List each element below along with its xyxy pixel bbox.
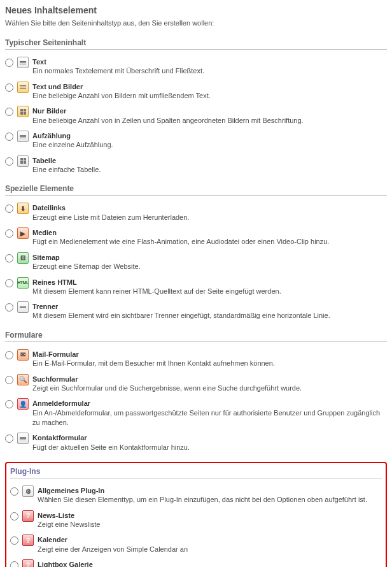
radio-list[interactable] xyxy=(5,133,13,141)
option-textimg[interactable]: Text und BilderEine beliebige Anzahl von… xyxy=(5,81,387,102)
option-title: Kalender xyxy=(38,535,382,544)
file-icon: ⬇ xyxy=(17,203,29,214)
option-media[interactable]: ▶ MedienFügt ein Medienelement wie eine … xyxy=(5,227,387,248)
radio-media[interactable] xyxy=(5,229,13,238)
radio-sitemap[interactable] xyxy=(5,254,13,262)
option-title: Mail-Formular xyxy=(32,350,387,359)
option-file[interactable]: ⬇ DateilinksErzeugt eine Liste mit Datei… xyxy=(5,202,387,223)
option-desc: Zeigt eine Newsliste xyxy=(38,520,100,528)
radio-html[interactable] xyxy=(5,279,13,287)
option-img[interactable]: Nur BilderEine beliebige Anzahl von in Z… xyxy=(5,105,387,126)
option-login[interactable]: 👤 AnmeldeformularEin An-/Abmeldeformular… xyxy=(5,398,387,428)
radio-news[interactable] xyxy=(10,512,18,520)
option-title: Medien xyxy=(32,228,387,237)
option-desc: Eine einzelne Aufzählung. xyxy=(32,141,113,148)
option-title: Sitemap xyxy=(32,253,387,262)
option-desc: Eine beliebige Anzahl von Bildern mit um… xyxy=(32,92,211,99)
option-desc: Fügt der aktuellen Seite ein Kontaktform… xyxy=(32,443,190,451)
option-desc: Fügt ein Medienelement wie eine Flash-An… xyxy=(32,238,329,245)
option-title: Reines HTML xyxy=(32,278,387,287)
radio-contact[interactable] xyxy=(5,434,13,443)
option-title: Dateilinks xyxy=(32,203,387,212)
option-hr[interactable]: TrennerMit diesem Element wird ein sicht… xyxy=(5,301,387,322)
radio-cal[interactable] xyxy=(10,536,18,545)
option-title: Suchformular xyxy=(32,375,387,384)
mail-icon: ✉ xyxy=(17,349,29,361)
option-desc: Mit diesem Element kann reiner HTML-Quel… xyxy=(32,287,281,295)
option-title: Trenner xyxy=(32,302,387,311)
option-list[interactable]: AufzählungEine einzelne Aufzählung. xyxy=(5,130,387,151)
section-heading-forms: Formulare xyxy=(5,331,387,342)
radio-textimg[interactable] xyxy=(5,83,13,92)
sitemap-icon: ⊟ xyxy=(17,252,29,264)
divider-icon xyxy=(17,301,29,313)
option-cal[interactable]: ? KalenderZeigt eine der Anzeigen von Si… xyxy=(10,534,382,555)
question-icon: ? xyxy=(22,510,34,522)
option-desc: Zeigt eine der Anzeigen von Simple Calen… xyxy=(38,545,188,553)
text-icon xyxy=(17,57,29,68)
option-title: Anmeldeformular xyxy=(32,399,387,408)
option-mail[interactable]: ✉ Mail-FormularEin E-Mail-Formular, mit … xyxy=(5,348,387,370)
option-title: Lightbox Galerie xyxy=(38,560,382,567)
radio-file[interactable] xyxy=(5,205,13,213)
radio-mail[interactable] xyxy=(5,351,13,359)
option-desc: Erzeugt eine Liste mit Dateien zum Herun… xyxy=(32,213,189,221)
option-desc: Wählen Sie diesen Elementtyp, um ein Plu… xyxy=(38,496,367,503)
option-table[interactable]: TabelleEine einfache Tabelle. xyxy=(5,155,387,176)
option-news[interactable]: ? News-ListeZeigt eine Newsliste xyxy=(10,510,382,531)
section-heading-special: Spezielle Elemente xyxy=(5,184,387,196)
option-desc: Eine einfache Tabelle. xyxy=(32,166,101,173)
option-desc: Zeigt ein Suchformular und die Suchergeb… xyxy=(32,384,302,392)
option-search[interactable]: 🔍 SuchformularZeigt ein Suchformular und… xyxy=(5,373,387,394)
radio-table[interactable] xyxy=(5,157,13,166)
page-title: Neues Inhaltselement xyxy=(5,5,387,15)
text-image-icon xyxy=(17,82,29,93)
option-title: Aufzählung xyxy=(32,131,387,140)
image-icon xyxy=(17,106,29,117)
question-icon: ? xyxy=(22,559,34,567)
search-icon: 🔍 xyxy=(17,374,29,385)
media-icon: ▶ xyxy=(17,227,29,239)
option-title: Allgemeines Plug-In xyxy=(38,486,382,495)
option-title: Nur Bilder xyxy=(32,106,387,115)
option-desc: Eine beliebige Anzahl von in Zeilen und … xyxy=(32,117,304,124)
option-general-plugin[interactable]: ⚙ Allgemeines Plug-InWählen Sie diesen E… xyxy=(10,485,382,506)
section-heading-typical: Typischer Seiteninhalt xyxy=(5,38,387,50)
option-sitemap[interactable]: ⊟ SitemapErzeugt eine Sitemap der Websit… xyxy=(5,252,387,273)
option-html[interactable]: HTML Reines HTMLMit diesem Element kann … xyxy=(5,276,387,298)
table-icon xyxy=(17,155,29,167)
option-desc: Erzeugt eine Sitemap der Website. xyxy=(32,262,141,270)
radio-general-plugin[interactable] xyxy=(10,487,18,496)
option-text[interactable]: TextEin normales Textelement mit Übersch… xyxy=(5,56,387,77)
radio-login[interactable] xyxy=(5,400,13,408)
plugin-icon: ⚙ xyxy=(22,485,34,497)
page-subtitle: Wählen Sie bitte den Seiteninhaltstyp au… xyxy=(5,19,387,27)
question-icon: ? xyxy=(22,535,34,546)
option-desc: Ein An-/Abmeldeformular, um passwortgesc… xyxy=(32,409,380,426)
option-title: Kontaktformular xyxy=(32,433,387,442)
radio-hr[interactable] xyxy=(5,303,13,312)
option-lightbox[interactable]: ? Lightbox GalerieDurchsucht einen Ordne… xyxy=(10,559,382,567)
section-heading-plugins: Plug-Ins xyxy=(10,467,382,478)
option-title: Text und Bilder xyxy=(32,82,387,91)
option-desc: Ein normales Textelement mit Überschrift… xyxy=(32,67,204,75)
radio-lightbox[interactable] xyxy=(10,561,18,567)
radio-text[interactable] xyxy=(5,59,13,67)
radio-search[interactable] xyxy=(5,376,13,384)
option-title: News-Liste xyxy=(38,511,382,520)
list-icon xyxy=(17,131,29,142)
option-desc: Mit diesem Element wird ein sichtbarer T… xyxy=(32,312,330,319)
option-desc: Ein E-Mail-Formular, mit dem Besucher mi… xyxy=(32,359,275,367)
plugins-section-highlight: Plug-Ins ⚙ Allgemeines Plug-InWählen Sie… xyxy=(5,462,387,567)
option-title: Tabelle xyxy=(32,156,387,165)
radio-img[interactable] xyxy=(5,108,13,116)
option-title: Text xyxy=(32,57,387,66)
option-contact[interactable]: KontaktformularFügt der aktuellen Seite … xyxy=(5,432,387,453)
login-icon: 👤 xyxy=(17,398,29,410)
html-icon: HTML xyxy=(17,277,29,289)
contact-icon xyxy=(17,433,29,444)
